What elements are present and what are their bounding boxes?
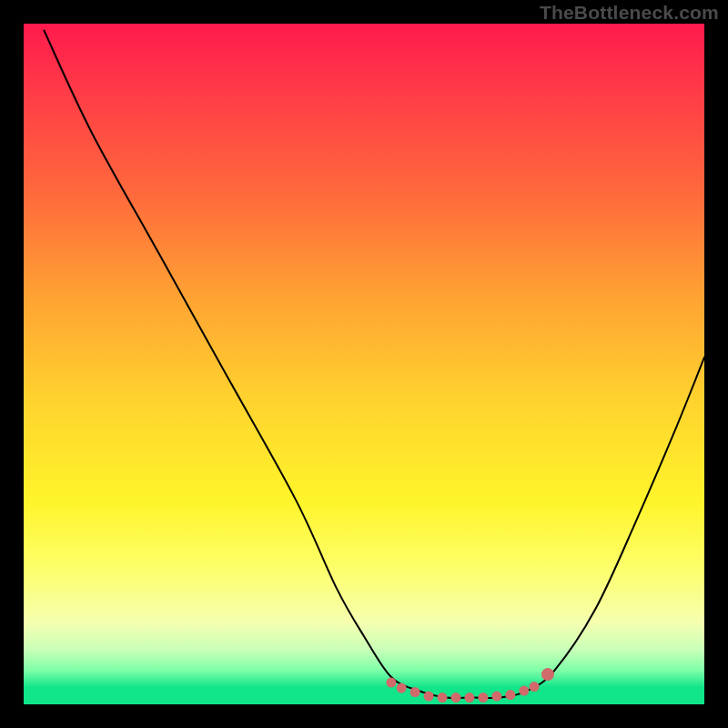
curve-marker: [424, 692, 434, 702]
curve-marker: [541, 668, 554, 681]
chart-svg: [24, 24, 704, 704]
chart-frame: TheBottleneck.com: [0, 0, 728, 728]
curve-marker: [386, 678, 396, 688]
curve-marker: [478, 693, 488, 703]
curve-markers: [386, 668, 554, 703]
curve-marker: [464, 693, 474, 703]
bottleneck-curve: [44, 30, 704, 698]
curve-marker: [530, 682, 540, 692]
curve-marker: [438, 693, 448, 703]
curve-marker: [397, 683, 407, 693]
curve-marker: [519, 686, 529, 696]
curve-marker: [505, 690, 515, 700]
chart-gradient-area: [24, 24, 704, 704]
curve-marker: [450, 693, 460, 703]
watermark-text: TheBottleneck.com: [540, 2, 719, 24]
curve-marker: [410, 687, 420, 697]
curve-marker: [491, 692, 501, 702]
